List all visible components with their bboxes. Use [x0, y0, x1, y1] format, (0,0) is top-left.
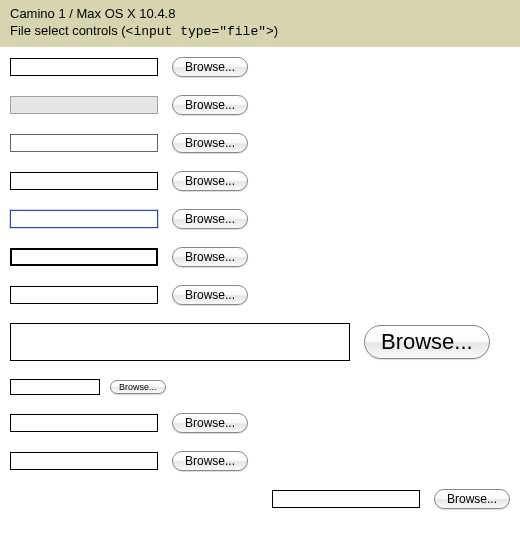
browse-button-rtl[interactable]: Browse... — [434, 489, 510, 509]
browse-button-styled1[interactable]: Browse... — [172, 133, 248, 153]
file-field-small[interactable] — [10, 379, 100, 395]
file-field-rtl[interactable] — [272, 490, 420, 508]
file-row-styled2: Browse... — [10, 171, 510, 191]
browse-button-sizeattr[interactable]: Browse... — [172, 451, 248, 471]
file-field-sizeattr[interactable] — [10, 452, 158, 470]
file-field-styled1[interactable] — [10, 134, 158, 152]
file-row-rtl: Browse... — [10, 489, 510, 509]
file-row-large: Browse... — [10, 323, 510, 361]
browse-button-focus[interactable]: Browse... — [172, 209, 248, 229]
file-row-styled1: Browse... — [10, 133, 510, 153]
file-row-default: Browse... — [10, 57, 510, 77]
header-subtitle-prefix: File select controls ( — [10, 23, 126, 38]
file-row-sizeattr: Browse... — [10, 451, 510, 471]
file-field-focus[interactable] — [10, 210, 158, 228]
file-field-plain[interactable] — [10, 286, 158, 304]
header-subtitle-suffix: ) — [274, 23, 278, 38]
browse-button-thick[interactable]: Browse... — [172, 247, 248, 267]
file-row-thick: Browse... — [10, 247, 510, 267]
header-subtitle-code: <input type="file"> — [126, 24, 274, 39]
file-row-focus: Browse... — [10, 209, 510, 229]
content-area: Browse... Browse... Browse... Browse... … — [0, 47, 520, 536]
file-field-large[interactable] — [10, 323, 350, 361]
header-subtitle: File select controls (<input type="file"… — [10, 23, 510, 39]
browse-button-plain[interactable]: Browse... — [172, 285, 248, 305]
header-title: Camino 1 / Max OS X 10.4.8 — [10, 6, 510, 21]
file-field-disabled — [10, 96, 158, 114]
browse-button-large[interactable]: Browse... — [364, 325, 490, 359]
browse-button-small[interactable]: Browse... — [110, 380, 166, 394]
file-field-widthcss[interactable] — [10, 414, 158, 432]
file-field-default[interactable] — [10, 58, 158, 76]
browse-button-default[interactable]: Browse... — [172, 57, 248, 77]
file-row-disabled: Browse... — [10, 95, 510, 115]
file-field-thick[interactable] — [10, 248, 158, 266]
browse-button-styled2[interactable]: Browse... — [172, 171, 248, 191]
browse-button-disabled: Browse... — [172, 95, 248, 115]
browse-button-widthcss[interactable]: Browse... — [172, 413, 248, 433]
header-banner: Camino 1 / Max OS X 10.4.8 File select c… — [0, 0, 520, 47]
file-row-small: Browse... — [10, 379, 510, 395]
file-row-plain: Browse... — [10, 285, 510, 305]
file-field-styled2[interactable] — [10, 172, 158, 190]
file-row-widthcss: Browse... — [10, 413, 510, 433]
